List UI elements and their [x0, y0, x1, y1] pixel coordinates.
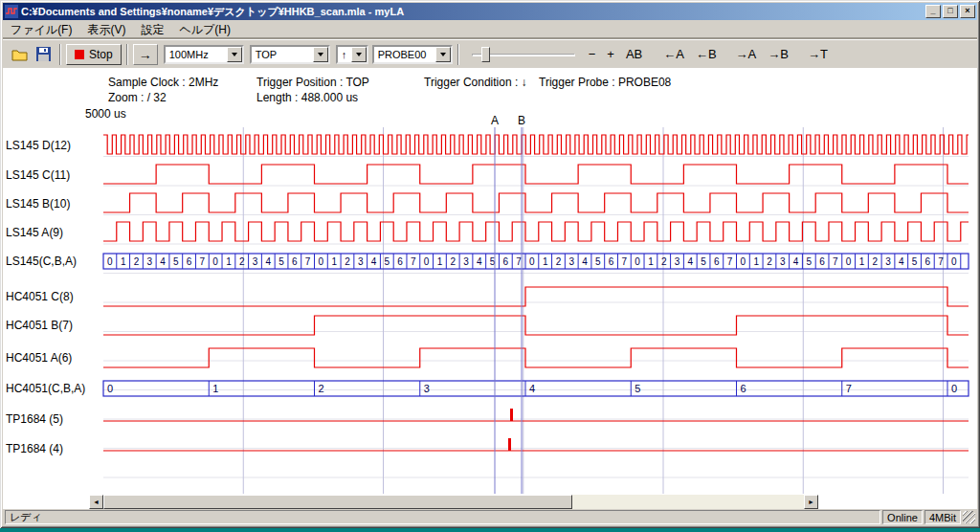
sample-clock-value: 100MHz — [166, 49, 227, 60]
trigger-condition-info: Trigger Condition : ↓ — [424, 76, 527, 89]
goto-cursor-b-button[interactable]: ←B — [690, 44, 723, 65]
probe-value: PROBE00 — [374, 49, 435, 60]
goto-trigger-button[interactable]: →T — [802, 44, 834, 65]
dropdown-button[interactable] — [313, 47, 328, 62]
run-button[interactable]: → — [133, 44, 158, 65]
chevron-down-icon — [232, 53, 237, 59]
toolbar-separator — [59, 44, 61, 65]
status-ready: レディ — [5, 510, 880, 524]
time-scale-label: 5000 us — [85, 107, 126, 121]
horizontal-scrollbar[interactable]: ◄ ► — [89, 495, 818, 509]
menu-view[interactable]: 表示(V) — [79, 20, 133, 40]
set-cursor-a-button[interactable]: →A — [730, 44, 763, 65]
scrollbar-thumb[interactable] — [103, 495, 572, 509]
set-cursor-b-button[interactable]: →B — [762, 44, 794, 65]
status-bar: レディ Online 4MBit — [3, 509, 977, 525]
zoom-in-button[interactable]: + — [601, 44, 620, 65]
status-online: Online — [882, 510, 923, 524]
waveform-view: Sample Clock : 2MHz Trigger Position : T… — [3, 68, 977, 509]
trigger-edge-combo[interactable]: ↑ — [336, 45, 368, 64]
app-window: C:¥Documents and Settings¥noname¥デスクトップ¥… — [0, 0, 980, 528]
ab-range-button[interactable]: AB — [620, 44, 648, 65]
toolbar: Stop → 100MHz TOP ↑ PROBE00 − + AB ←A ←B — [3, 39, 977, 68]
toolbar-separator — [126, 44, 128, 65]
trigger-edge-value: ↑ — [338, 49, 351, 60]
minimize-button[interactable]: _ — [925, 5, 941, 18]
zoom-out-button[interactable]: − — [583, 44, 602, 65]
stop-label: Stop — [89, 48, 113, 61]
save-file-button[interactable] — [32, 44, 55, 65]
zoom-info: Zoom : / 32 — [108, 91, 167, 104]
chevron-down-icon — [440, 53, 446, 59]
menu-help[interactable]: ヘルプ(H) — [171, 20, 238, 40]
menu-bar: ファイル(F) 表示(V) 設定 ヘルプ(H) — [3, 21, 977, 38]
window-title: C:¥Documents and Settings¥noname¥デスクトップ¥… — [21, 5, 924, 19]
open-folder-icon — [11, 48, 29, 61]
toolbar-separator — [457, 44, 459, 65]
dropdown-button[interactable] — [435, 47, 451, 62]
trigger-probe-info: Trigger Probe : PROBE08 — [539, 76, 671, 89]
maximize-button[interactable]: □ — [943, 5, 958, 18]
dropdown-button[interactable] — [351, 47, 367, 62]
stop-button[interactable]: Stop — [66, 44, 122, 65]
scrollbar-track[interactable] — [103, 495, 804, 509]
chevron-down-icon — [356, 53, 362, 59]
stop-icon — [75, 50, 84, 59]
open-file-button[interactable] — [9, 44, 32, 65]
sample-clock-info: Sample Clock : 2MHz — [108, 76, 218, 89]
status-memory: 4MBit — [924, 510, 961, 524]
close-button[interactable]: × — [960, 5, 975, 18]
app-icon — [5, 5, 18, 18]
chevron-down-icon — [318, 53, 323, 59]
trigger-position-info: Trigger Position : TOP — [256, 76, 369, 89]
scroll-left-button[interactable]: ◄ — [89, 495, 103, 509]
scroll-right-button[interactable]: ► — [804, 495, 818, 509]
title-bar[interactable]: C:¥Documents and Settings¥noname¥デスクトップ¥… — [3, 3, 977, 20]
menu-file[interactable]: ファイル(F) — [3, 20, 79, 40]
floppy-disk-icon — [36, 47, 51, 61]
trigger-position-value: TOP — [252, 49, 313, 60]
slider-thumb[interactable] — [481, 47, 490, 62]
resize-grip[interactable] — [963, 511, 975, 523]
sample-clock-combo[interactable]: 100MHz — [164, 45, 244, 64]
length-info: Length : 488.000 us — [256, 91, 358, 104]
probe-combo[interactable]: PROBE00 — [372, 45, 453, 64]
zoom-slider[interactable] — [472, 44, 575, 65]
menu-settings[interactable]: 設定 — [133, 20, 171, 40]
trigger-position-combo[interactable]: TOP — [250, 45, 330, 64]
goto-cursor-a-button[interactable]: ←A — [657, 44, 690, 65]
dropdown-button[interactable] — [227, 47, 242, 62]
